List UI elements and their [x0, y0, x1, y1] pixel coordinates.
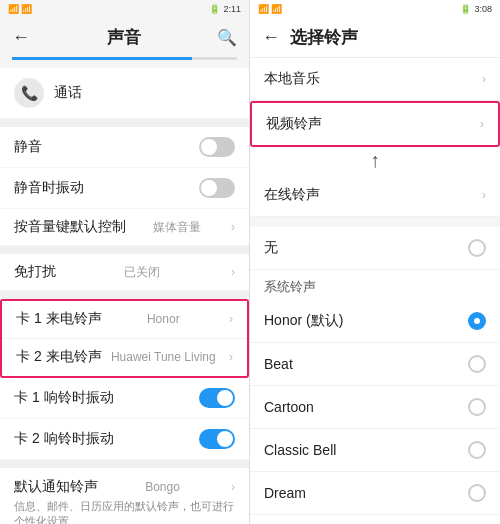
do-not-disturb-right: 已关闭 — [124, 264, 160, 281]
ringtone-cartoon[interactable]: Cartoon — [250, 386, 500, 429]
volume-control-label: 按音量键默认控制 — [14, 218, 126, 236]
volume-slider-top[interactable] — [12, 57, 237, 60]
silent-label: 静音 — [14, 138, 42, 156]
left-page-title: 声音 — [107, 26, 141, 49]
cartoon-label: Cartoon — [264, 399, 314, 415]
right-back-button[interactable]: ← — [262, 27, 280, 48]
default-notify-right: Bongo — [145, 480, 180, 494]
do-not-disturb-chevron: › — [231, 265, 235, 279]
right-status-bar: 📶 📶 🔋 3:08 — [250, 0, 500, 18]
card1-ringtone-row[interactable]: 卡 1 来电铃声 Honor › — [2, 301, 247, 337]
default-notify-chevron: › — [231, 480, 235, 494]
card2-ringtone-label: 卡 2 来电铃声 — [16, 348, 102, 366]
right-battery-icon: 🔋 — [460, 4, 471, 14]
card2-vibrate-toggle[interactable] — [199, 429, 235, 449]
left-search-button[interactable]: 🔍 — [217, 28, 237, 47]
right-signal-icon: 📶 — [258, 4, 269, 14]
honor-radio[interactable] — [468, 312, 486, 330]
left-panel: 📶 📶 🔋 2:11 ← 声音 🔍 📞 通话 静音 静音时振动 — [0, 0, 250, 524]
default-notify-desc: 信息、邮件、日历应用的默认铃声，也可进行个性化设置 — [14, 499, 235, 524]
right-arrow-indicator: ↑ — [250, 147, 500, 174]
honor-label: Honor (默认) — [264, 312, 343, 330]
system-ringtone-label: 系统铃声 — [264, 279, 316, 294]
call-icon: 📞 — [14, 78, 44, 108]
classic-bell-radio[interactable] — [468, 441, 486, 459]
right-page-title: 选择铃声 — [290, 26, 358, 49]
left-right-icons: 🔋 2:11 — [209, 4, 241, 14]
card1-ringtone-right: Honor — [147, 312, 180, 326]
volume-control-row[interactable]: 按音量键默认控制 媒体音量 › — [0, 209, 249, 245]
volume-control-chevron: › — [231, 220, 235, 234]
online-ringtone-chevron: › — [482, 188, 486, 202]
local-music-label: 本地音乐 — [264, 70, 320, 88]
default-notify-label: 默认通知铃声 — [14, 478, 98, 496]
right-top-bar: ← 选择铃声 — [250, 18, 500, 58]
beat-label: Beat — [264, 356, 293, 372]
right-divider-1 — [250, 217, 500, 227]
none-radio[interactable] — [468, 239, 486, 257]
card2-ringtone-chevron: › — [229, 350, 233, 364]
card1-ringtone-chevron: › — [229, 312, 233, 326]
video-ringtone-row[interactable]: 视频铃声 › — [252, 103, 498, 145]
right-wifi-icon: 📶 — [271, 4, 282, 14]
left-top-bar: ← 声音 🔍 — [0, 18, 249, 57]
card1-vibrate-row[interactable]: 卡 1 响铃时振动 — [0, 378, 249, 418]
wifi-icon: 📶 — [21, 4, 32, 14]
none-label: 无 — [264, 239, 278, 257]
ringtone-beat[interactable]: Beat — [250, 343, 500, 386]
local-music-row[interactable]: 本地音乐 › — [250, 58, 500, 101]
battery-icon: 🔋 — [209, 4, 220, 14]
right-content: 本地音乐 › 视频铃声 › ↑ 在线铃声 › 无 系统铃声 — [250, 58, 500, 524]
silent-vibrate-label: 静音时振动 — [14, 179, 84, 197]
left-signal: 📶 📶 — [8, 4, 32, 14]
online-ringtone-row[interactable]: 在线铃声 › — [250, 174, 500, 217]
silent-vibrate-toggle[interactable] — [199, 178, 235, 198]
video-ringtone-highlight: 视频铃声 › — [250, 101, 500, 147]
ringtone-dream[interactable]: Dream — [250, 472, 500, 515]
up-arrow-right-icon: ↑ — [370, 149, 380, 171]
call-section[interactable]: 📞 通话 — [0, 68, 249, 118]
left-time: 2:11 — [223, 4, 241, 14]
signal-icon: 📶 — [8, 4, 19, 14]
silent-row[interactable]: 静音 — [0, 127, 249, 167]
online-ringtone-label: 在线铃声 — [264, 186, 320, 204]
divider-3 — [0, 291, 249, 299]
right-right-icons: 🔋 3:08 — [460, 4, 492, 14]
none-row[interactable]: 无 — [250, 227, 500, 270]
do-not-disturb-label: 免打扰 — [14, 263, 56, 281]
card1-ringtone-label: 卡 1 来电铃声 — [16, 310, 102, 328]
default-notify-section[interactable]: 默认通知铃声 Bongo › 信息、邮件、日历应用的默认铃声，也可进行个性化设置 — [0, 468, 249, 524]
volume-control-right: 媒体音量 — [153, 219, 201, 236]
right-panel: 📶 📶 🔋 3:08 ← 选择铃声 本地音乐 › 视频铃声 › ↑ — [250, 0, 500, 524]
dream-radio[interactable] — [468, 484, 486, 502]
card1-vibrate-toggle[interactable] — [199, 388, 235, 408]
beat-radio[interactable] — [468, 355, 486, 373]
card2-vibrate-row[interactable]: 卡 2 响铃时振动 — [0, 419, 249, 459]
dream-label: Dream — [264, 485, 306, 501]
video-ringtone-chevron: › — [480, 117, 484, 131]
do-not-disturb-row[interactable]: 免打扰 已关闭 › — [0, 254, 249, 290]
ringtone-eastern[interactable]: Eastern — [250, 515, 500, 524]
card2-ringtone-row[interactable]: 卡 2 来电铃声 Huawei Tune Living › — [2, 338, 247, 375]
card2-vibrate-label: 卡 2 响铃时振动 — [14, 430, 114, 448]
card2-ringtone-right: Huawei Tune Living — [111, 350, 216, 364]
divider-4 — [0, 460, 249, 468]
right-signal: 📶 📶 — [258, 4, 282, 14]
right-time: 3:08 — [474, 4, 492, 14]
divider-1 — [0, 119, 249, 127]
cartoon-radio[interactable] — [468, 398, 486, 416]
ringtone-classic-bell[interactable]: Classic Bell — [250, 429, 500, 472]
silent-toggle[interactable] — [199, 137, 235, 157]
local-music-chevron: › — [482, 72, 486, 86]
call-label: 通话 — [54, 84, 235, 102]
card1-vibrate-label: 卡 1 响铃时振动 — [14, 389, 114, 407]
silent-vibrate-row[interactable]: 静音时振动 — [0, 168, 249, 208]
left-status-bar: 📶 📶 🔋 2:11 — [0, 0, 249, 18]
divider-2 — [0, 246, 249, 254]
video-ringtone-label: 视频铃声 — [266, 115, 322, 133]
card1-ringtone-highlight: 卡 1 来电铃声 Honor › 卡 2 来电铃声 Huawei Tune Li… — [0, 299, 249, 378]
ringtone-honor[interactable]: Honor (默认) — [250, 300, 500, 343]
left-back-button[interactable]: ← — [12, 27, 30, 48]
classic-bell-label: Classic Bell — [264, 442, 336, 458]
system-ringtone-header: 系统铃声 — [250, 270, 500, 300]
